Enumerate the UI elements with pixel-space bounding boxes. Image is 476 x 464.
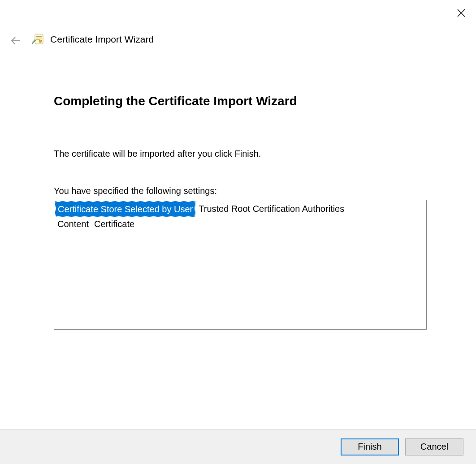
setting-value: Certificate xyxy=(91,217,138,231)
cancel-button[interactable]: Cancel xyxy=(405,438,463,455)
svg-point-7 xyxy=(39,40,42,43)
settings-label: You have specified the following setting… xyxy=(54,186,427,196)
table-row[interactable]: Certificate Store Selected by User Trust… xyxy=(56,202,425,217)
close-icon xyxy=(457,9,466,17)
setting-name: Certificate Store Selected by User xyxy=(56,202,195,217)
page-heading: Completing the Certificate Import Wizard xyxy=(54,94,427,108)
button-bar: Finish Cancel xyxy=(0,429,476,464)
settings-table[interactable]: Certificate Store Selected by User Trust… xyxy=(54,200,427,330)
wizard-title: Certificate Import Wizard xyxy=(50,34,154,45)
wizard-content: Completing the Certificate Import Wizard… xyxy=(54,94,427,330)
certificate-wizard-icon xyxy=(30,31,45,46)
svg-rect-5 xyxy=(36,38,42,39)
svg-rect-4 xyxy=(36,36,42,37)
close-button[interactable] xyxy=(454,6,468,20)
page-description: The certificate will be imported after y… xyxy=(54,149,427,159)
back-button[interactable] xyxy=(9,34,22,47)
setting-value: Trusted Root Certification Authorities xyxy=(195,202,348,217)
svg-rect-6 xyxy=(36,39,40,40)
back-arrow-icon xyxy=(10,36,21,45)
setting-name: Content xyxy=(56,217,91,231)
table-row[interactable]: Content Certificate xyxy=(56,217,425,231)
finish-button[interactable]: Finish xyxy=(341,438,399,455)
